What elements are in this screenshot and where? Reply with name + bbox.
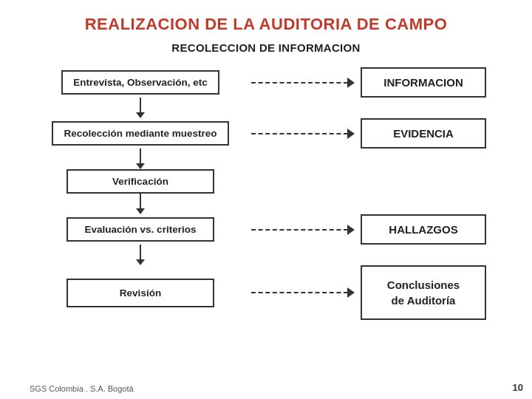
arrowhead-5: [347, 287, 355, 298]
dashed-line-2: [251, 133, 348, 134]
box-revision: Revisión: [66, 279, 214, 307]
arrow-to-hallazgos: [251, 225, 355, 235]
box-entrevista: Entrevista, Observación, etc: [61, 70, 219, 95]
row-1-left: Entrevista, Observación, etc: [30, 70, 251, 95]
arrow-to-evidencia: [251, 129, 355, 139]
row-3: Verificación: [30, 169, 502, 194]
box-evaluacion: Evaluación vs. criterios: [66, 217, 214, 242]
dashed-line-5: [251, 292, 348, 293]
dashed-line-4: [251, 229, 348, 231]
row-4-left: Evaluación vs. criterios: [30, 217, 251, 242]
row-2-right: EVIDENCIA: [355, 118, 502, 149]
page: REALIZACION DE LA AUDITORIA DE CAMPO REC…: [0, 0, 532, 399]
row-1: Entrevista, Observación, etc INFORMACION: [30, 67, 502, 98]
box-verificacion: Verificación: [66, 169, 214, 194]
page-number: 10: [513, 382, 523, 393]
arrow-down-1: [136, 98, 145, 118]
arrowhead-1: [347, 78, 355, 88]
arrow-down-2-wrap: [30, 149, 251, 169]
main-title: REALIZACION DE LA AUDITORIA DE CAMPO: [30, 15, 502, 34]
row-3-left: Verificación: [30, 169, 251, 194]
box-evidencia: EVIDENCIA: [361, 118, 486, 149]
sub-title: RECOLECCION DE INFORMACION: [30, 41, 502, 54]
dashed-line-1: [251, 82, 348, 83]
arrow-down-4: [136, 245, 145, 265]
arrow-down-2: [136, 149, 145, 169]
footer-text: SGS Colombia . S.A. Bogotá: [30, 384, 134, 393]
row-4: Evaluación vs. criterios HALLAZGOS: [30, 214, 502, 245]
box-hallazgos: HALLAZGOS: [361, 214, 486, 245]
box-recoleccion: Recolección mediante muestreo: [52, 121, 228, 146]
row-2: Recolección mediante muestreo EVIDENCIA: [30, 118, 502, 149]
arrowhead-4: [347, 225, 355, 235]
arrow-to-informacion: [251, 78, 355, 88]
arrow-down-3: [136, 194, 145, 214]
arrow-down-3-wrap: [30, 194, 251, 214]
row-5: Revisión Conclusionesde Auditoría: [30, 265, 502, 320]
row-4-right: HALLAZGOS: [355, 214, 502, 245]
flow-diagram: Entrevista, Observación, etc INFORMACION…: [30, 67, 502, 320]
arrow-down-1-wrap: [30, 98, 251, 118]
diagram: Entrevista, Observación, etc INFORMACION…: [30, 67, 502, 320]
box-informacion: INFORMACION: [361, 67, 486, 98]
row-5-right: Conclusionesde Auditoría: [355, 265, 502, 320]
arrowhead-2: [347, 129, 355, 139]
row-1-right: INFORMACION: [355, 67, 502, 98]
box-conclusiones: Conclusionesde Auditoría: [361, 265, 486, 320]
row-2-left: Recolección mediante muestreo: [30, 121, 251, 146]
arrow-to-conclusiones: [251, 287, 355, 298]
arrow-down-4-wrap: [30, 245, 251, 265]
row-5-left: Revisión: [30, 279, 251, 307]
